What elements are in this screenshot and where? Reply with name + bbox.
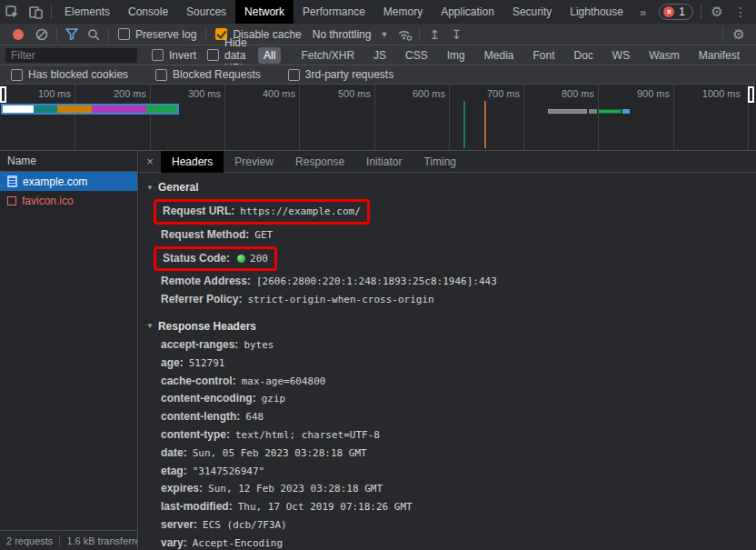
request-method-row: Request Method:GET <box>144 226 756 245</box>
detail-tabbar: × Headers Preview Response Initiator Tim… <box>139 151 756 173</box>
search-icon[interactable] <box>83 25 104 44</box>
filter-type-fetch-xhr[interactable]: Fetch/XHR <box>295 47 360 64</box>
network-conditions-icon[interactable] <box>393 25 415 44</box>
gridline <box>449 85 450 151</box>
tab-initiator[interactable]: Initiator <box>355 151 413 173</box>
preserve-log-checkbox[interactable]: Preserve log <box>113 28 202 41</box>
remote-address-row: Remote Address:[2606:2800:220:1:248:1893… <box>144 273 756 291</box>
tab-performance[interactable]: Performance <box>293 0 374 24</box>
kebab-menu-icon[interactable]: ⋮ <box>729 0 752 24</box>
tab-application[interactable]: Application <box>432 0 503 24</box>
tab-network[interactable]: Network <box>235 0 293 24</box>
header-value: 200 <box>250 253 268 265</box>
invert-label: Invert <box>169 49 196 62</box>
filter-type-ws[interactable]: WS <box>607 47 635 64</box>
request-name: favicon.ico <box>22 195 74 207</box>
gridline <box>523 85 524 151</box>
checkbox-unchecked <box>288 69 300 81</box>
response-header-row: accept-ranges:bytes <box>144 336 756 355</box>
export-har-icon[interactable]: ↧ <box>445 25 467 44</box>
request-count: 2 requests <box>0 535 53 546</box>
header-name: last-modified: <box>161 500 233 513</box>
tab-sources[interactable]: Sources <box>177 0 235 24</box>
overview-window-left-handle[interactable] <box>0 86 6 103</box>
tick-label: 100 ms <box>20 88 71 99</box>
clear-icon[interactable] <box>31 25 53 44</box>
request-waterfall-bar-main[interactable] <box>1 104 179 115</box>
request-waterfall-bar-favicon-download <box>622 109 630 114</box>
column-header-name[interactable]: Name <box>0 151 137 172</box>
header-name: Request URL: <box>163 205 234 217</box>
response-headers-section-header[interactable]: ▼ Response Headers <box>144 316 756 336</box>
filter-type-font[interactable]: Font <box>527 47 560 64</box>
filter-type-css[interactable]: CSS <box>400 47 433 64</box>
filter-type-img[interactable]: Img <box>442 47 471 64</box>
general-section-header[interactable]: ▼ General <box>144 177 756 197</box>
tick-label: 400 ms <box>244 88 295 99</box>
filter-type-manifest[interactable]: Manifest <box>693 47 745 64</box>
throttling-dropdown[interactable]: No throttling ▼ <box>307 28 394 41</box>
tick-label: 1000 ms <box>690 88 741 99</box>
tab-memory[interactable]: Memory <box>374 0 432 24</box>
request-row-example-com[interactable]: example.com <box>0 172 137 191</box>
header-name: etag: <box>161 465 187 477</box>
tab-response[interactable]: Response <box>284 151 355 173</box>
tab-headers[interactable]: Headers <box>161 151 224 173</box>
inspect-element-icon[interactable] <box>0 0 24 24</box>
settings-gear-icon[interactable]: ⚙ <box>705 0 729 24</box>
triangle-down-icon: ▼ <box>146 322 154 330</box>
tick-label: 800 ms <box>543 88 594 99</box>
network-summary-bar: 2 requests 1.6 kB transferred <box>0 530 137 550</box>
chevron-down-icon: ▼ <box>380 30 388 39</box>
close-icon[interactable]: × <box>139 155 161 168</box>
tab-console[interactable]: Console <box>119 0 177 24</box>
error-badge[interactable]: × 1 <box>659 4 693 20</box>
filter-type-js[interactable]: JS <box>368 47 392 64</box>
request-waterfall-bar-favicon-waiting <box>548 109 587 114</box>
header-value: [2606:2800:220:1:248:1893:25c8:1946]:443 <box>256 275 497 287</box>
filter-input[interactable] <box>5 48 137 63</box>
filter-funnel-icon[interactable] <box>61 25 83 44</box>
header-name: content-type: <box>161 428 230 441</box>
filter-bar: Invert Hide data URLs All Fetch/XHR JS C… <box>0 45 756 65</box>
response-header-row: date:Sun, 05 Feb 2023 03:28:18 GMT <box>144 445 756 463</box>
gridline <box>224 85 225 151</box>
blocked-requests-label: Blocked Requests <box>173 68 261 81</box>
header-name: accept-ranges: <box>161 338 238 351</box>
header-value: ECS (dcb/7F3A) <box>203 519 287 531</box>
tab-timing[interactable]: Timing <box>413 151 467 173</box>
gridline <box>150 85 151 151</box>
request-row-favicon-ico[interactable]: favicon.ico <box>0 191 137 210</box>
tab-lighthouse[interactable]: Lighthouse <box>561 0 632 24</box>
has-blocked-cookies-checkbox[interactable]: Has blocked cookies <box>5 68 134 81</box>
request-details-panel: × Headers Preview Response Initiator Tim… <box>139 151 756 550</box>
header-value: Sun, 05 Feb 2023 03:28:18 GMT <box>193 447 367 459</box>
third-party-requests-label: 3rd-party requests <box>305 68 393 81</box>
more-tabs-icon[interactable]: » <box>632 5 653 19</box>
header-value: Accept-Encoding <box>193 537 283 549</box>
checkbox-unchecked <box>118 28 130 40</box>
tab-elements[interactable]: Elements <box>55 0 119 24</box>
gridline <box>598 85 599 151</box>
blocked-requests-checkbox[interactable]: Blocked Requests <box>150 68 266 81</box>
overview-window-right-handle[interactable] <box>748 86 754 103</box>
record-icon[interactable] <box>13 29 24 40</box>
tab-preview[interactable]: Preview <box>224 151 284 173</box>
device-toolbar-icon[interactable] <box>24 0 47 24</box>
has-blocked-cookies-label: Has blocked cookies <box>28 68 128 81</box>
invert-checkbox[interactable]: Invert <box>146 49 202 62</box>
filter-type-all[interactable]: All <box>258 47 281 64</box>
tab-security[interactable]: Security <box>503 0 561 24</box>
filter-type-wasm[interactable]: Wasm <box>643 47 685 64</box>
request-name: example.com <box>23 175 87 188</box>
import-har-icon[interactable]: ↥ <box>423 25 445 44</box>
network-overview-timeline[interactable]: 100 ms 200 ms 300 ms 400 ms 500 ms 600 m… <box>0 84 756 151</box>
third-party-requests-checkbox[interactable]: 3rd-party requests <box>283 68 399 81</box>
filter-type-doc[interactable]: Doc <box>568 47 598 64</box>
network-settings-gear-icon[interactable]: ⚙ <box>727 23 751 46</box>
divider <box>419 27 420 42</box>
filter-type-media[interactable]: Media <box>479 47 520 64</box>
tick-label: 600 ms <box>394 88 445 99</box>
header-value: Sun, 12 Feb 2023 03:28:18 GMT <box>208 483 383 495</box>
header-name: server: <box>161 518 197 531</box>
